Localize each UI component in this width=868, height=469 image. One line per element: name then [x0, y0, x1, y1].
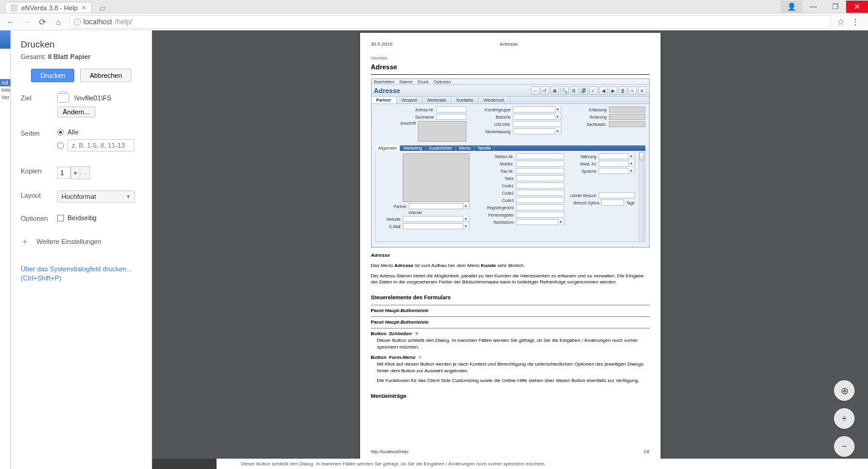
minimize-button[interactable]: —	[802, 1, 824, 13]
close-window-button[interactable]: ✕	[846, 1, 868, 13]
fit-page-button[interactable]: ⊕	[834, 380, 855, 401]
pages-all-radio[interactable]	[57, 129, 64, 136]
address-bar: ← → ⟳ ⌂ i localhost/help/ ☆ ⋮	[0, 13, 868, 30]
user-icon[interactable]: 👤	[780, 1, 802, 13]
field-label: Telex	[504, 176, 513, 181]
zoom-in-button[interactable]: +	[834, 408, 855, 429]
field-input	[516, 190, 564, 196]
pages-label: Seiten	[21, 128, 57, 155]
close-tab-icon[interactable]: ×	[82, 4, 86, 12]
field-input	[609, 114, 645, 120]
scrollbar[interactable]	[639, 151, 645, 241]
star-icon[interactable]: ☆	[837, 17, 845, 27]
sub-tab: Tabelle	[474, 145, 495, 151]
paragraph-2: Der Adress-Stamm bietet die Möglichkeit,…	[371, 273, 650, 287]
pages-all-label: Alle	[68, 128, 78, 136]
panel-heading-2: Panel Haupt-Buttonleiste	[371, 319, 650, 325]
field-label: Code1	[502, 184, 513, 188]
field-input	[513, 106, 561, 113]
toolbar-icon: ✓	[589, 86, 598, 95]
menu-icon[interactable]: ⋮	[851, 17, 859, 27]
field-input	[599, 153, 635, 159]
copies-down-button[interactable]: –	[80, 166, 90, 179]
field-input	[513, 114, 561, 120]
field-input	[516, 168, 564, 174]
pages-range-radio[interactable]	[57, 142, 64, 149]
system-dialog-link[interactable]: Über das Systemdialogfeld drucken... (Ct…	[21, 265, 142, 283]
form-title: Adresse	[374, 87, 531, 94]
back-icon[interactable]: ←	[6, 17, 16, 27]
field-input	[599, 192, 635, 198]
cancel-button[interactable]: Abbrechen	[80, 69, 131, 82]
menu-icon: ≡	[418, 355, 423, 360]
zoom-out-button[interactable]: −	[834, 436, 855, 457]
paragraph-1: Das Menü Adresse ist vom Aufbau her dem …	[371, 263, 650, 269]
field-label: Firmenregister	[488, 213, 514, 217]
pages-range-input[interactable]	[68, 139, 134, 151]
field-input	[516, 204, 564, 210]
preview-page: 30.9.2016 Adresse Vertrieb Adresse Bearb…	[360, 33, 661, 459]
field-input	[516, 175, 564, 181]
field-input	[409, 203, 470, 209]
duplex-checkbox[interactable]	[57, 215, 64, 221]
form-tab: Merkmale	[423, 97, 452, 103]
field-input	[599, 168, 635, 174]
underlying-app-edge: Ad Inte Ver	[0, 30, 11, 469]
toolbar-icon: 🗎	[570, 86, 578, 95]
print-title: Drucken	[21, 39, 142, 49]
panel-heading: Panel Haupt-Buttonleiste	[371, 308, 650, 313]
toolbar-icon: 🗐	[580, 86, 588, 95]
sub-tab: Memo	[456, 145, 474, 151]
sub-tab: Allgemein	[375, 145, 401, 151]
form-tab: Wiedervorl.	[479, 97, 510, 103]
toolbar-icon: 🔍	[560, 86, 569, 95]
field-label: Registergericht	[487, 206, 514, 210]
reload-icon[interactable]: ⟳	[38, 17, 47, 27]
forward-icon[interactable]: →	[22, 17, 32, 27]
button-close-heading: Button Schließen ✕	[371, 331, 650, 336]
app-chip: Ad	[0, 79, 10, 86]
toolbar-icon: ◀	[599, 86, 608, 95]
field-input	[599, 161, 635, 167]
url-path: /help/	[114, 18, 132, 26]
change-destination-button[interactable]: Ändern...	[57, 106, 95, 117]
site-info-icon[interactable]: i	[74, 18, 81, 26]
toolbar-icon: ✕	[638, 86, 647, 95]
favicon	[10, 4, 18, 12]
field-label: Kundengruppe	[485, 108, 511, 112]
field-label: Suchname	[415, 115, 434, 119]
field-input	[516, 161, 564, 167]
copies-input[interactable]	[57, 167, 71, 179]
field-input	[516, 153, 564, 159]
layout-select[interactable]: Hochformat ▼	[57, 190, 135, 203]
copies-up-button[interactable]: +	[71, 166, 80, 179]
more-settings-toggle[interactable]: + Weitere Einstellungen	[21, 237, 142, 246]
field-label: Rechtsform	[493, 220, 513, 224]
field-label: Adress-Nr.	[415, 108, 434, 112]
field-label: Sprache	[582, 169, 596, 173]
new-tab-button[interactable]: ▱	[95, 3, 109, 13]
toolbar-icon: ≡	[628, 86, 637, 95]
field-label: Währung	[580, 155, 596, 159]
underlying-page-sliver: Dieser Button schließt den Dialog. In ma…	[152, 459, 868, 469]
tab-title: eNVenta 3.8 - Help	[21, 4, 78, 12]
options-label: Optionen	[21, 214, 57, 222]
url-field[interactable]: i localhost/help/	[69, 15, 831, 29]
field-label: Fax-Nr.	[501, 169, 513, 173]
form-tab: Versand	[397, 97, 423, 103]
field-label: Sachbearb.	[586, 122, 606, 127]
field-label: Branche	[496, 115, 510, 119]
form-menu-item: Druck	[418, 80, 429, 84]
toolbar-icon: 🗑	[619, 86, 627, 95]
browser-tab[interactable]: eNVenta 3.8 - Help ×	[5, 2, 92, 13]
maximize-button[interactable]: ❐	[824, 1, 846, 13]
doc-h1: Adresse	[371, 63, 650, 71]
print-button[interactable]: Drucken	[31, 69, 74, 82]
home-icon[interactable]: ⌂	[54, 17, 63, 27]
page-header-title: Adresse	[500, 41, 518, 47]
print-preview-area[interactable]: 30.9.2016 Adresse Vertrieb Adresse Bearb…	[152, 30, 868, 469]
layout-label: Layout	[21, 190, 57, 203]
field-label: Änderung	[589, 115, 606, 119]
module-link: Vertrieb	[371, 55, 650, 61]
form-menu-item: Bearbeiten	[374, 80, 395, 84]
